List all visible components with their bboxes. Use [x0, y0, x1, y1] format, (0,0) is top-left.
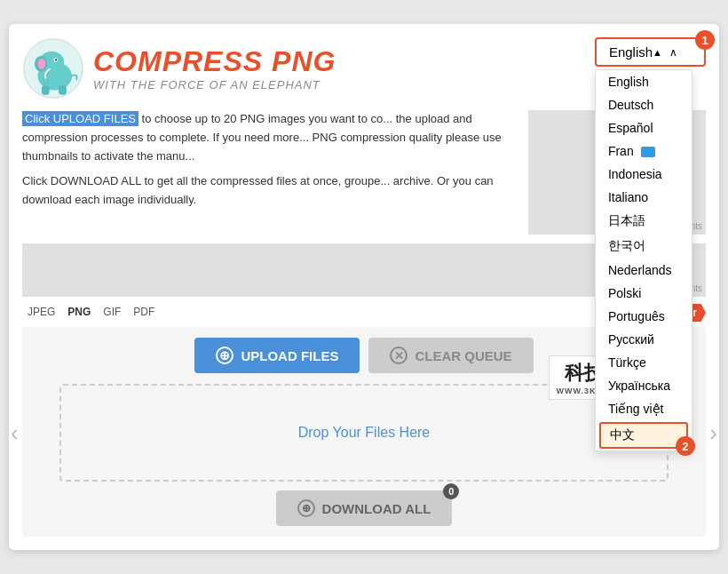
lang-option-chinese[interactable]: 中文 2: [599, 422, 688, 449]
instruction-line-2: Click DOWNLOAD ALL to get all the compre…: [22, 172, 518, 210]
lang-option-japanese[interactable]: 日本語: [596, 209, 692, 234]
clear-button[interactable]: ✕ CLEAR QUEUE: [368, 338, 533, 373]
language-button[interactable]: English ▲: [595, 37, 706, 67]
current-language-label: English: [609, 44, 653, 60]
lang-option-dutch[interactable]: Nederlands: [596, 259, 692, 282]
drop-zone-text: Drop Your Files Here: [298, 425, 431, 441]
lang-option-turkish[interactable]: Türkçe: [596, 351, 692, 374]
download-section: ⊕ DOWNLOAD ALL 0: [33, 490, 695, 526]
lang-option-vietnamese[interactable]: Tiếng việt: [596, 397, 692, 420]
badge-1: 1: [695, 30, 715, 50]
instruction-line-1: Click UPLOAD FILES to choose up to 20 PN…: [22, 110, 518, 165]
clear-button-label: CLEAR QUEUE: [415, 348, 511, 363]
lang-option-portuguese[interactable]: Português: [596, 305, 692, 328]
download-count-badge: 0: [443, 483, 459, 499]
svg-point-6: [55, 59, 57, 60]
format-pdf[interactable]: PDF: [128, 304, 160, 320]
badge-2: 2: [676, 436, 695, 456]
upload-button[interactable]: ⊕ UPLOAD FILES: [194, 338, 360, 373]
app-title: COMPRESS PNG: [93, 45, 336, 78]
lang-option-italiano[interactable]: Italiano: [596, 186, 692, 209]
download-button[interactable]: ⊕ DOWNLOAD ALL 0: [276, 490, 453, 526]
lang-option-korean[interactable]: 한국어: [596, 234, 692, 259]
format-jpeg[interactable]: JPEG: [22, 304, 60, 320]
chevron-up-icon: ▲: [653, 47, 662, 58]
flag-icon: 🌐: [641, 147, 655, 157]
title-area: COMPRESS PNG WITH THE FORCE OF AN ELEPHA…: [93, 45, 336, 92]
arrow-left-button[interactable]: ‹: [11, 419, 19, 447]
elephant-logo: [22, 37, 84, 100]
lang-option-polish[interactable]: Polski: [596, 282, 692, 305]
download-icon: ⊕: [297, 499, 315, 517]
lang-option-espanol[interactable]: Español: [596, 116, 692, 140]
highlight-upload: Click UPLOAD FILES: [22, 111, 138, 126]
lang-option-indonesia[interactable]: Indonesia: [596, 163, 692, 186]
language-selector-area[interactable]: English ▲ 1 English Deutsch Español Fran…: [595, 37, 706, 67]
instructions: Click UPLOAD FILES to choose up to 20 PN…: [22, 110, 518, 235]
lang-option-fran[interactable]: Fran 🌐: [596, 140, 692, 163]
upload-button-label: UPLOAD FILES: [241, 348, 338, 363]
format-gif[interactable]: GIF: [98, 304, 126, 320]
clear-icon: ✕: [390, 347, 408, 364]
svg-point-4: [38, 59, 46, 69]
lang-option-russian[interactable]: Русский: [596, 328, 692, 351]
lang-option-deutsch[interactable]: Deutsch: [596, 93, 692, 116]
app-subtitle: WITH THE FORCE OF AN ELEPHANT: [93, 78, 336, 92]
logo-area: COMPRESS PNG WITH THE FORCE OF AN ELEPHA…: [22, 37, 336, 100]
lang-option-english[interactable]: English: [596, 70, 692, 93]
format-png[interactable]: PNG: [62, 304, 96, 320]
arrow-right-button[interactable]: ›: [709, 419, 717, 447]
language-dropdown: English Deutsch Español Fran 🌐 Indonesia…: [595, 69, 692, 451]
header: COMPRESS PNG WITH THE FORCE OF AN ELEPHA…: [22, 37, 706, 100]
drop-zone[interactable]: Drop Your Files Here 科技师 WWW.3KJS.COM: [59, 384, 669, 482]
download-button-label: DOWNLOAD ALL: [322, 501, 431, 516]
upload-icon: ⊕: [216, 347, 233, 364]
lang-option-ukrainian[interactable]: Українська: [596, 374, 692, 397]
svg-rect-7: [42, 85, 50, 95]
svg-rect-8: [59, 85, 67, 95]
